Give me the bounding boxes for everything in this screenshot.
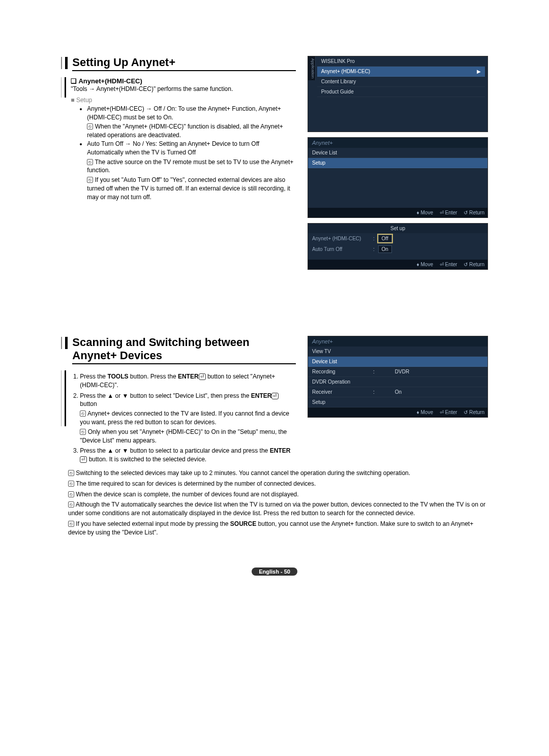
note-icon: ⦸ bbox=[87, 177, 93, 183]
note-icon: ⦸ bbox=[87, 159, 93, 165]
menu-item-selected[interactable]: Setup bbox=[308, 158, 487, 168]
note-line: ⦸ Switching to the selected devices may … bbox=[68, 469, 488, 478]
note-icon: ⦸ bbox=[87, 123, 93, 130]
option-key: Anynet+ (HDMI-CEC) bbox=[312, 236, 373, 241]
menu-item[interactable]: DVDR Operation bbox=[308, 377, 487, 387]
anynet-menu-panel: Anynet+ Device List Setup ♦ Move ⏎ Enter… bbox=[308, 137, 488, 218]
enter-icon: ⏎ bbox=[80, 456, 87, 463]
panel-spacer bbox=[317, 97, 485, 132]
menu-item[interactable]: Receiver:On bbox=[308, 387, 487, 397]
enter-icon: ⏎ bbox=[199, 373, 206, 380]
menu-item-selected[interactable]: Anynet+ (HDMI-CEC)▶ bbox=[317, 67, 485, 77]
menu-item[interactable]: WISELINK Pro bbox=[317, 56, 485, 67]
option-row[interactable]: Auto Turn Off: On bbox=[308, 244, 487, 255]
anynet-device-panel: Anynet+ View TVDevice ListRecording:DVDR… bbox=[308, 336, 488, 418]
panel-brand: Anynet+ bbox=[308, 138, 487, 148]
option-value[interactable]: On bbox=[378, 245, 392, 253]
chevron-right-icon: ▶ bbox=[477, 69, 481, 74]
return-hint: ↺ Return bbox=[464, 410, 484, 415]
intro-text: "Tools → Anynet+(HDMI-CEC)" performs the… bbox=[71, 85, 294, 93]
note-icon: ⦸ bbox=[68, 501, 74, 508]
application-menu-panel: Application WISELINK Pro Anynet+ (HDMI-C… bbox=[308, 56, 488, 132]
move-hint: ♦ Move bbox=[417, 262, 433, 267]
note-icon: ⦸ bbox=[68, 521, 74, 527]
menu-item[interactable]: Product Guide bbox=[317, 87, 485, 97]
enter-hint: ⏎ Enter bbox=[440, 210, 458, 215]
note-line: ⦸ If you have selected external input mo… bbox=[68, 520, 488, 537]
section-accent-icon bbox=[61, 57, 68, 69]
setup-label: ■ Setup bbox=[71, 97, 294, 104]
enter-icon: ⏎ bbox=[271, 393, 279, 399]
sub-heading: ❑ Anynet+(HDMI-CEC) bbox=[71, 77, 294, 85]
step-item: Press the ▲ or ▼ button to select to a p… bbox=[80, 447, 294, 464]
section-title: Scanning and Switching between Anynet+ D… bbox=[72, 336, 296, 364]
section-accent-icon bbox=[61, 337, 68, 349]
bullet-item: Anynet+(HDMI-CEC) → Off / On: To use the… bbox=[87, 105, 294, 140]
panel-footer: ♦ Move ⏎ Enter ↺ Return bbox=[308, 407, 487, 417]
note-line: ⦸ Although the TV automatically searches… bbox=[68, 500, 488, 518]
panel-spacer bbox=[308, 168, 487, 208]
note-icon: ⦸ bbox=[68, 470, 74, 476]
panel-footer: ♦ Move ⏎ Enter ↺ Return bbox=[308, 208, 487, 217]
application-tab: Application bbox=[308, 56, 316, 80]
menu-item[interactable]: Setup bbox=[308, 397, 487, 407]
section-title: Setting Up Anynet+ bbox=[72, 56, 296, 71]
menu-item-selected[interactable]: Device List bbox=[308, 357, 487, 367]
step-item: Press the TOOLS button. Press the ENTER⏎… bbox=[80, 372, 294, 390]
option-value-selected[interactable]: Off bbox=[378, 235, 392, 242]
note-icon: ⦸ bbox=[68, 491, 74, 497]
note-line: ⦸ The time required to scan for devices … bbox=[68, 480, 488, 488]
page-number-pill: English - 50 bbox=[252, 568, 297, 576]
step-item: Press the ▲ or ▼ button to select "Devic… bbox=[80, 392, 294, 445]
page-footer: English - 50 bbox=[61, 568, 488, 576]
panel-footer: ♦ Move ⏎ Enter ↺ Return bbox=[308, 260, 487, 269]
menu-item[interactable]: View TV bbox=[308, 346, 487, 357]
panel-title: Set up bbox=[308, 224, 487, 233]
bullet-item: Auto Turn Off → No / Yes: Setting an Any… bbox=[87, 140, 294, 202]
menu-item[interactable]: Content Library bbox=[317, 77, 485, 87]
move-hint: ♦ Move bbox=[417, 210, 433, 215]
return-hint: ↺ Return bbox=[464, 262, 484, 267]
enter-hint: ⏎ Enter bbox=[440, 410, 458, 415]
subsection-accent-icon bbox=[61, 370, 66, 426]
menu-item[interactable]: Device List bbox=[308, 148, 487, 158]
enter-hint: ⏎ Enter bbox=[440, 262, 458, 267]
option-row[interactable]: Anynet+ (HDMI-CEC): Off bbox=[308, 233, 487, 244]
panel-brand: Anynet+ bbox=[308, 336, 487, 346]
subsection-accent-icon bbox=[61, 77, 66, 98]
note-icon: ⦸ bbox=[80, 429, 86, 435]
note-line: ⦸ When the device scan is complete, the … bbox=[68, 490, 488, 499]
return-hint: ↺ Return bbox=[464, 210, 484, 215]
setup-panel: Set up Anynet+ (HDMI-CEC): Off Auto Turn… bbox=[308, 223, 488, 270]
move-hint: ♦ Move bbox=[417, 410, 433, 415]
option-key: Auto Turn Off bbox=[312, 246, 373, 252]
note-icon: ⦸ bbox=[68, 481, 74, 487]
menu-item[interactable]: Recording:DVDR bbox=[308, 367, 487, 377]
note-icon: ⦸ bbox=[80, 411, 86, 417]
